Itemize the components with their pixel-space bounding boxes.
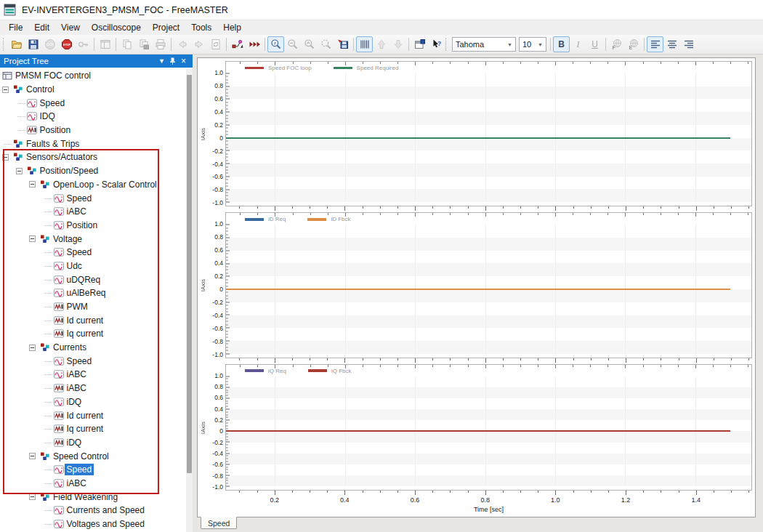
tree-item-speed[interactable]: Speed	[0, 463, 193, 477]
tree-pin-icon[interactable]	[167, 57, 178, 65]
tree-scrollbar[interactable]	[186, 69, 193, 532]
zoom-fit-button[interactable]: z	[267, 36, 284, 52]
tree-item-iabc[interactable]: iABC	[0, 205, 193, 219]
tree-item-faults-trips[interactable]: Faults & Trips	[0, 137, 193, 150]
tree-item-pmsm-foc-control[interactable]: PMSM FOC control	[0, 69, 193, 83]
tree-expander-icon[interactable]	[29, 235, 40, 242]
tree-expander-icon[interactable]	[29, 493, 40, 500]
tree-item-openloop-scalar-control[interactable]: OpenLoop - Scalar Control	[0, 178, 193, 192]
menu-item-edit[interactable]: Edit	[28, 21, 55, 34]
y-tick-label: 0	[219, 134, 223, 142]
menu-item-view[interactable]: View	[55, 21, 86, 34]
y-tick	[226, 428, 228, 429]
menu-item-oscilloscope[interactable]: Oscilloscope	[86, 21, 147, 34]
tree-item-idq[interactable]: iDQ	[0, 436, 193, 450]
tree-item-iabc[interactable]: iABC	[0, 368, 193, 382]
font-family-combo[interactable]: Tahoma▼	[452, 37, 516, 52]
open-project-button[interactable]	[8, 36, 25, 52]
variable-stimulus-button[interactable]	[229, 36, 246, 52]
combo-dropdown-arrow-icon[interactable]: ▼	[538, 42, 543, 47]
tree-item-udc[interactable]: Udc	[0, 259, 193, 273]
recorder-icon	[27, 126, 38, 134]
tree-scrollbar-thumb[interactable]	[187, 75, 192, 473]
top-tick	[555, 213, 556, 217]
run-arrows-button[interactable]	[246, 36, 262, 52]
save-scope-image-button[interactable]	[334, 36, 351, 52]
tree-item-iq-current[interactable]: Iq current	[0, 422, 193, 436]
top-tick	[748, 62, 748, 64]
stop-communication-button[interactable]: STOP	[58, 36, 75, 52]
save-project-button[interactable]	[25, 36, 41, 52]
tree-item-udqreq[interactable]: uDQReq	[0, 273, 193, 286]
top-tick	[590, 213, 591, 215]
x-tick	[275, 358, 275, 363]
tree-item-iabc[interactable]: iABC	[0, 477, 193, 491]
tree-expander-icon[interactable]	[29, 344, 40, 351]
align-left-button[interactable]	[647, 36, 663, 52]
tree-item-speed[interactable]: Speed	[0, 354, 193, 368]
tree-item-idq[interactable]: iDQ	[0, 395, 193, 409]
tree-item-iq-current[interactable]: Iq current	[0, 327, 193, 341]
bold-button[interactable]: B	[553, 36, 570, 52]
x-tick-label: 0.2	[270, 496, 279, 504]
tree-item-idq[interactable]: IDQ	[0, 110, 193, 124]
tree-item-currents-and-speed[interactable]: Currents and Speed	[0, 504, 193, 517]
y-tick-label: 0	[219, 286, 223, 293]
tree-item-voltage[interactable]: Voltage	[0, 232, 193, 246]
properties-button[interactable]	[411, 36, 428, 52]
top-tick	[695, 213, 696, 217]
tree-item-position[interactable]: Position	[0, 219, 193, 233]
tree-expander-icon[interactable]	[29, 181, 40, 188]
tree-item-field-weakening[interactable]: Field Weakening	[0, 490, 193, 504]
save-scope-image-icon	[337, 39, 349, 50]
menu-item-help[interactable]: Help	[217, 21, 247, 34]
tree-item-control[interactable]: Control	[0, 83, 193, 97]
menu-item-tools[interactable]: Tools	[185, 21, 217, 34]
tree-expander-icon[interactable]	[2, 86, 13, 93]
tree-item-iabc[interactable]: iABC	[0, 382, 193, 395]
id-current-scope-plot-area[interactable]: iD ReqiD Fbck	[225, 212, 752, 358]
menu-item-project[interactable]: Project	[147, 21, 185, 34]
combo-dropdown-arrow-icon[interactable]: ▼	[507, 42, 512, 47]
tree-item-speed[interactable]: Speed	[0, 191, 193, 205]
tree-expander-icon[interactable]	[2, 154, 13, 161]
tree-close-icon[interactable]: ×	[178, 56, 189, 66]
tree-item-id-current[interactable]: Id current	[0, 313, 193, 327]
align-right-button[interactable]	[680, 36, 697, 52]
x-tick	[538, 206, 538, 209]
y-tick	[226, 131, 228, 132]
top-tick	[293, 213, 294, 215]
tree-item-label: Id current	[65, 315, 106, 326]
tree-item-currents[interactable]: Currents	[0, 341, 193, 355]
y-tick	[226, 86, 230, 86]
y-tick	[226, 247, 228, 248]
tree-item-speed-control[interactable]: Speed Control	[0, 449, 193, 463]
show-grid-button[interactable]	[356, 36, 373, 52]
y-tick-label: 1.0	[214, 69, 223, 76]
tree-item-voltages-and-speed[interactable]: Voltages and Speed	[0, 517, 193, 531]
tree-item-speed[interactable]: Speed	[0, 96, 193, 110]
y-tick	[226, 439, 228, 440]
tree-item-position[interactable]: Position	[0, 124, 193, 137]
menu-item-file[interactable]: File	[3, 21, 28, 34]
iq-current-scope-plot-area[interactable]: iQ ReqiQ Fbck	[225, 364, 752, 491]
tree-item-pwm[interactable]: PWM	[0, 300, 193, 314]
y-tick	[226, 312, 228, 313]
tree-item-position-speed[interactable]: Position/Speed	[0, 164, 193, 178]
tree-collapse-icon[interactable]: ▼	[156, 57, 167, 65]
font-size-combo[interactable]: 10▼	[519, 37, 546, 52]
align-center-button[interactable]	[663, 36, 680, 52]
top-tick	[661, 62, 661, 64]
tree-item-speed[interactable]: Speed	[0, 246, 193, 259]
y-tick-label: 0.6	[214, 95, 223, 102]
tree-expander-icon[interactable]	[29, 453, 40, 459]
tree-item-id-current[interactable]: Id current	[0, 408, 193, 422]
tab-speed[interactable]: Speed	[201, 517, 237, 529]
x-tick	[748, 491, 749, 493]
tree-item-sensors-actuators[interactable]: Sensors/Actuators	[0, 150, 193, 164]
navigate-back-button	[174, 36, 190, 52]
speed-scope-plot-area[interactable]: Speed FOC loopSpeed Required	[225, 61, 752, 206]
context-help-button[interactable]: ?	[428, 36, 445, 52]
tree-item-ualbereq[interactable]: uAlBeReq	[0, 286, 193, 300]
tree-expander-icon[interactable]	[16, 168, 27, 174]
